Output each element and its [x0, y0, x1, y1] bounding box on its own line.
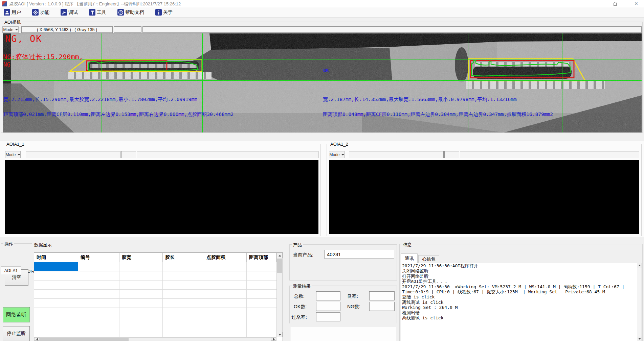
log-line: Working Set : 264.0 M	[401, 305, 642, 310]
data-table[interactable]: 时间 编号 胶宽 胶长 点胶面积 距离顶部	[34, 252, 283, 341]
data-display-label: 数据显示	[34, 242, 52, 248]
current-product-input[interactable]	[325, 250, 394, 259]
chevron-down-icon	[341, 154, 344, 155]
user-icon	[4, 9, 10, 16]
operations-group: 操作 清空 网络监听 停止监听	[1, 243, 32, 341]
scroll-thumb[interactable]	[40, 338, 129, 341]
product-group-label: 产品	[292, 242, 303, 248]
table-horizontal-scrollbar[interactable]	[34, 337, 276, 341]
aoia1-1-readout-box	[26, 151, 120, 158]
column-header-id[interactable]: 编号	[78, 253, 119, 262]
help-icon: ?	[117, 9, 124, 16]
log-line: 登陆 is click	[401, 294, 642, 299]
aoia1-2-long-box	[460, 151, 639, 158]
gear-icon	[32, 9, 39, 16]
minimize-icon	[593, 4, 597, 4]
measurement-group: 测量结果 总数: 良率: OK数: NG数: 过杀率:	[289, 286, 397, 323]
log-line: 离线测试 is click	[401, 315, 642, 320]
app-window: 点胶AOI [ Version : 1.0.0.9 ] 程序 【当前用户: En…	[0, 0, 644, 341]
stop-listen-button[interactable]: 停止监听	[3, 326, 30, 341]
right-stats-line2: 距离顶部0.048mm,距离CF层0.110mm,距离左边界0.304mm,距离…	[323, 111, 553, 118]
ng-count-value-box	[369, 302, 395, 311]
tool-t-icon	[89, 9, 95, 16]
ok-count-label: OK数:	[294, 304, 307, 310]
toolbar-tools-button[interactable]: 工具	[88, 8, 107, 17]
toolbar-function-button[interactable]: 功能	[31, 8, 50, 17]
left-stats-line1: 宽:2.215mm,长:15.290mm,最大胶宽:2.2218mm,最小:1.…	[3, 96, 197, 103]
ng-reason-text: NG:胶体过长:15.290mm,	[3, 52, 83, 62]
data-table-body[interactable]	[34, 262, 276, 337]
aoia1-2-mode-dropdown[interactable]: Mode	[329, 151, 345, 158]
comm-log[interactable]: 2021/7/29 11:36:30:AOI程序打开 关闭网络监听 打开网络监听…	[401, 263, 642, 341]
app-icon	[2, 1, 7, 6]
left-stats-line2: 距离顶部0.021mm,距离CF层0.110mm,距离左边界0.153mm,距离…	[3, 111, 234, 118]
scroll-up-arrow[interactable]	[637, 263, 642, 268]
log-line: 离线测试 is click	[401, 300, 642, 305]
aoia1-1-long-box	[137, 151, 318, 158]
chevron-down-icon	[15, 29, 18, 30]
main-toolbar: 用户 功能 调试 工具 ? 帮助文档 关于	[0, 7, 644, 18]
overkill-label: 过杀率:	[291, 314, 307, 320]
column-header-glue-width[interactable]: 胶宽	[119, 253, 163, 262]
wrench-icon	[61, 9, 67, 16]
scroll-down-arrow[interactable]	[637, 337, 642, 341]
restore-icon	[613, 2, 618, 6]
ng-flag-text: NG	[3, 61, 10, 68]
tab-aoi-a1[interactable]: AOI-A1	[1, 266, 21, 274]
total-label: 总数:	[294, 293, 305, 299]
data-table-header: 时间 编号 胶宽 胶长 点胶面积 距离顶部	[34, 253, 276, 262]
scroll-left-arrow[interactable]	[34, 338, 40, 341]
aoia1-1-mode-dropdown[interactable]: Mode	[5, 151, 21, 158]
camera-mode-dropdown[interactable]: Mode	[2, 26, 19, 33]
minimize-button[interactable]	[587, 0, 603, 7]
aoia1-1-group-label: AOIA1_1	[5, 142, 25, 147]
tab-comm[interactable]: 通讯	[401, 253, 418, 263]
log-line: 开启AOI监控工具。。。	[401, 279, 642, 284]
scroll-down-arrow[interactable]	[277, 332, 283, 337]
camera-status-box-long	[142, 26, 642, 33]
aoia1-2-image-display[interactable]	[329, 160, 639, 234]
svg-text:?: ?	[120, 11, 122, 14]
selected-cell[interactable]	[34, 262, 78, 271]
close-icon: ×	[635, 0, 638, 7]
column-header-glue-area[interactable]: 点胶面积	[204, 253, 247, 262]
right-stats-line1: 宽:2.187mm,长:14.352mm,最大胶宽:1.5663mm,最小:0.…	[323, 96, 517, 103]
scroll-up-arrow[interactable]	[277, 253, 283, 258]
log-line: 打开网络监听	[401, 274, 642, 279]
toolbar-about-button[interactable]: 关于	[154, 8, 174, 17]
toolbar-user-button[interactable]: 用户	[3, 8, 22, 17]
aoia1-2-group: AOIA1_2 Mode	[327, 144, 642, 236]
measurement-group-label: 测量结果	[292, 283, 312, 289]
column-header-distance-top[interactable]: 距离顶部	[247, 253, 276, 262]
aoi-camera-group: AOI相机 Mode ( X 6568, Y 1463 ) : ( Gray 1…	[1, 22, 643, 133]
aoia1-1-group: AOIA1_1 Mode	[3, 144, 321, 236]
camera-image-display[interactable]: NG, OK NG:胶体过长:15.290mm, NG OK 宽:2.215mm…	[3, 33, 642, 132]
log-vertical-scrollbar[interactable]	[637, 263, 642, 341]
current-product-label: 当前产品:	[293, 252, 313, 258]
restore-button[interactable]	[607, 0, 623, 7]
aoia1-2-small-box	[444, 151, 459, 158]
column-header-glue-length[interactable]: 胶长	[163, 253, 204, 262]
close-button[interactable]: ×	[628, 0, 644, 7]
log-line: 2021/7/29 11:36:30——>Working Set: VM:523…	[401, 284, 642, 289]
aoia1-1-image-display[interactable]	[5, 160, 318, 234]
tab-heartbeat[interactable]: 心跳包	[418, 255, 439, 263]
scroll-right-arrow[interactable]	[271, 338, 276, 341]
ng-count-label: NG数:	[347, 304, 360, 310]
aoia1-1-small-box	[121, 151, 136, 158]
view-tabstrip: AOI-A1 AOI-A2 AOI-B1 AOI-B2 NG显示 模版 Defa…	[0, 133, 644, 141]
aoia1-2-readout-box	[349, 151, 444, 158]
info-group: 信息 通讯 心跳包 2021/7/29 11:36:30:AOI程序打开 关闭网…	[399, 244, 643, 341]
aoia1-2-group-label: AOIA1_2	[329, 142, 349, 147]
network-listen-button[interactable]: 网络监听	[3, 307, 30, 322]
column-header-time[interactable]: 时间	[34, 253, 78, 262]
toolbar-help-button[interactable]: ? 帮助文档	[116, 8, 145, 17]
title-bar: 点胶AOI [ Version : 1.0.0.9 ] 程序 【当前用户: En…	[0, 0, 644, 7]
yield-label: 良率:	[347, 293, 358, 299]
ok-count-value-box	[316, 302, 340, 311]
product-group: 产品 当前产品:	[289, 244, 397, 281]
toolbar-debug-button[interactable]: 调试	[60, 8, 79, 17]
scroll-thumb[interactable]	[277, 259, 282, 273]
table-vertical-scrollbar[interactable]	[276, 253, 283, 337]
camera-status-box-small	[114, 26, 141, 33]
